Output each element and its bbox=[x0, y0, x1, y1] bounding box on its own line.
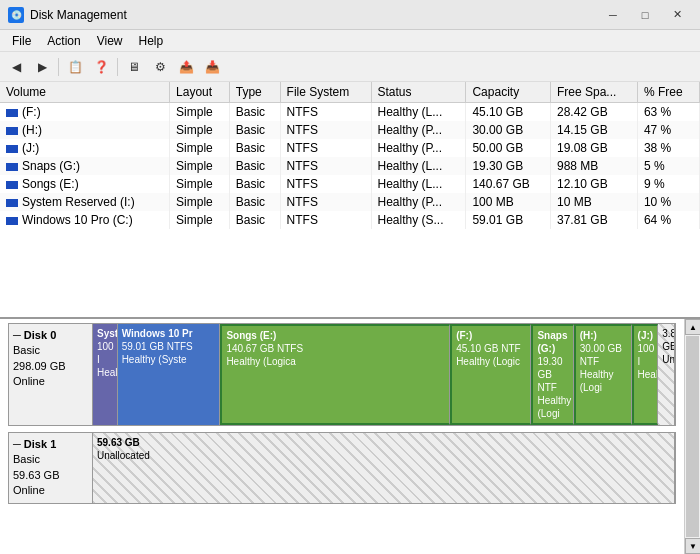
scroll-thumb[interactable] bbox=[686, 336, 699, 537]
partition-name-0-5: (H:) bbox=[580, 329, 627, 342]
partition-0-0[interactable]: Syst100 IHeal bbox=[93, 324, 118, 425]
app-icon: 💿 bbox=[8, 7, 24, 23]
col-type[interactable]: Type bbox=[229, 82, 280, 103]
close-button[interactable]: ✕ bbox=[662, 5, 692, 25]
cell-layout: Simple bbox=[170, 211, 230, 229]
disk-label-1: ─ Disk 1Basic59.63 GBOnline bbox=[8, 432, 93, 504]
cell-free: 37.81 GB bbox=[550, 211, 637, 229]
table-row[interactable]: Windows 10 Pro (C:) Simple Basic NTFS He… bbox=[0, 211, 700, 229]
partition-0-1[interactable]: Windows 10 Pr59.01 GB NTFSHealthy (Syste bbox=[118, 324, 221, 425]
partition-status-0-3: Healthy (Logic bbox=[456, 355, 526, 368]
cell-layout: Simple bbox=[170, 103, 230, 122]
table-row[interactable]: System Reserved (I:) Simple Basic NTFS H… bbox=[0, 193, 700, 211]
cell-capacity: 50.00 GB bbox=[466, 139, 551, 157]
cell-status: Healthy (P... bbox=[371, 193, 466, 211]
vertical-scrollbar[interactable]: ▲ ▼ bbox=[684, 319, 700, 554]
cell-status: Healthy (P... bbox=[371, 139, 466, 157]
partition-0-4[interactable]: Snaps (G:)19.30 GB NTFHealthy (Logi bbox=[531, 324, 573, 425]
toolbar-properties[interactable]: 📋 bbox=[63, 56, 87, 78]
toolbar-back[interactable]: ◀ bbox=[4, 56, 28, 78]
partition-size-0-2: 140.67 GB NTFS bbox=[226, 342, 445, 355]
col-free[interactable]: Free Spa... bbox=[550, 82, 637, 103]
scroll-down-btn[interactable]: ▼ bbox=[685, 538, 700, 554]
menu-action[interactable]: Action bbox=[39, 32, 88, 50]
partition-0-2[interactable]: Songs (E:)140.67 GB NTFSHealthy (Logica bbox=[220, 324, 450, 425]
partition-name-0-0: Syst bbox=[97, 327, 113, 340]
maximize-button[interactable]: □ bbox=[630, 5, 660, 25]
partition-size-0-7: 3.80 GB bbox=[662, 327, 670, 353]
scroll-up-btn[interactable]: ▲ bbox=[685, 319, 700, 335]
cell-pct: 5 % bbox=[637, 157, 699, 175]
cell-status: Healthy (S... bbox=[371, 211, 466, 229]
toolbar-import[interactable]: 📥 bbox=[200, 56, 224, 78]
partition-status-0-2: Healthy (Logica bbox=[226, 355, 445, 368]
col-status[interactable]: Status bbox=[371, 82, 466, 103]
cell-status: Healthy (P... bbox=[371, 121, 466, 139]
partition-1-0[interactable]: 59.63 GBUnallocated bbox=[93, 433, 675, 503]
toolbar-help[interactable]: ❓ bbox=[89, 56, 113, 78]
cell-type: Basic bbox=[229, 193, 280, 211]
table-row[interactable]: Snaps (G:) Simple Basic NTFS Healthy (L.… bbox=[0, 157, 700, 175]
volume-table: Volume Layout Type File System Status Ca… bbox=[0, 82, 700, 229]
cell-capacity: 45.10 GB bbox=[466, 103, 551, 122]
partition-0-6[interactable]: (J:)100 IHeal bbox=[632, 324, 659, 425]
cell-free: 12.10 GB bbox=[550, 175, 637, 193]
col-volume[interactable]: Volume bbox=[0, 82, 170, 103]
menu-help[interactable]: Help bbox=[131, 32, 172, 50]
partition-status-0-0: Heal bbox=[97, 366, 113, 379]
cell-layout: Simple bbox=[170, 175, 230, 193]
cell-layout: Simple bbox=[170, 157, 230, 175]
partition-0-7[interactable]: 3.80 GBUnallocate bbox=[658, 324, 675, 425]
col-filesystem[interactable]: File System bbox=[280, 82, 371, 103]
disk-label-0: ─ Disk 0Basic298.09 GBOnline bbox=[8, 323, 93, 426]
cell-capacity: 100 MB bbox=[466, 193, 551, 211]
disk-area[interactable]: ─ Disk 0Basic298.09 GBOnlineSyst100 IHea… bbox=[0, 319, 684, 549]
col-capacity[interactable]: Capacity bbox=[466, 82, 551, 103]
cell-layout: Simple bbox=[170, 121, 230, 139]
col-layout[interactable]: Layout bbox=[170, 82, 230, 103]
cell-free: 28.42 GB bbox=[550, 103, 637, 122]
cell-free: 10 MB bbox=[550, 193, 637, 211]
cell-fs: NTFS bbox=[280, 157, 371, 175]
disk-partitions-0: Syst100 IHealWindows 10 Pr59.01 GB NTFSH… bbox=[93, 323, 676, 426]
cell-fs: NTFS bbox=[280, 121, 371, 139]
cell-layout: Simple bbox=[170, 193, 230, 211]
window-controls: ─ □ ✕ bbox=[598, 5, 692, 25]
partition-status-0-5: Healthy (Logi bbox=[580, 368, 627, 394]
cell-pct: 9 % bbox=[637, 175, 699, 193]
partition-0-5[interactable]: (H:)30.00 GB NTFHealthy (Logi bbox=[574, 324, 632, 425]
volume-table-area[interactable]: Volume Layout Type File System Status Ca… bbox=[0, 82, 700, 319]
table-row[interactable]: (F:) Simple Basic NTFS Healthy (L... 45.… bbox=[0, 103, 700, 122]
disk-row-1: ─ Disk 1Basic59.63 GBOnline59.63 GBUnall… bbox=[8, 432, 676, 504]
menu-view[interactable]: View bbox=[89, 32, 131, 50]
cell-status: Healthy (L... bbox=[371, 157, 466, 175]
toolbar-forward[interactable]: ▶ bbox=[30, 56, 54, 78]
menu-file[interactable]: File bbox=[4, 32, 39, 50]
minimize-button[interactable]: ─ bbox=[598, 5, 628, 25]
cell-fs: NTFS bbox=[280, 103, 371, 122]
partition-size-1-0: Unallocated bbox=[97, 449, 670, 462]
toolbar-sep-1 bbox=[58, 58, 59, 76]
partition-name-0-3: (F:) bbox=[456, 329, 526, 342]
partition-size-0-1: 59.01 GB NTFS bbox=[122, 340, 216, 353]
table-row[interactable]: (H:) Simple Basic NTFS Healthy (P... 30.… bbox=[0, 121, 700, 139]
partition-0-3[interactable]: (F:)45.10 GB NTFHealthy (Logic bbox=[450, 324, 531, 425]
toolbar-export[interactable]: 📤 bbox=[174, 56, 198, 78]
table-header-row: Volume Layout Type File System Status Ca… bbox=[0, 82, 700, 103]
cell-fs: NTFS bbox=[280, 175, 371, 193]
toolbar-disk-view[interactable]: 🖥 bbox=[122, 56, 146, 78]
col-pct[interactable]: % Free bbox=[637, 82, 699, 103]
disk-row-0: ─ Disk 0Basic298.09 GBOnlineSyst100 IHea… bbox=[8, 323, 676, 426]
table-row[interactable]: Songs (E:) Simple Basic NTFS Healthy (L.… bbox=[0, 175, 700, 193]
cell-volume: (F:) bbox=[0, 103, 170, 122]
toolbar: ◀ ▶ 📋 ❓ 🖥 ⚙ 📤 📥 bbox=[0, 52, 700, 82]
cell-volume: Songs (E:) bbox=[0, 175, 170, 193]
title-bar: 💿 Disk Management ─ □ ✕ bbox=[0, 0, 700, 30]
cell-type: Basic bbox=[229, 103, 280, 122]
main-content: Volume Layout Type File System Status Ca… bbox=[0, 82, 700, 554]
cell-free: 19.08 GB bbox=[550, 139, 637, 157]
toolbar-sep-2 bbox=[117, 58, 118, 76]
toolbar-settings[interactable]: ⚙ bbox=[148, 56, 172, 78]
partition-size-0-3: 45.10 GB NTF bbox=[456, 342, 526, 355]
table-row[interactable]: (J:) Simple Basic NTFS Healthy (P... 50.… bbox=[0, 139, 700, 157]
